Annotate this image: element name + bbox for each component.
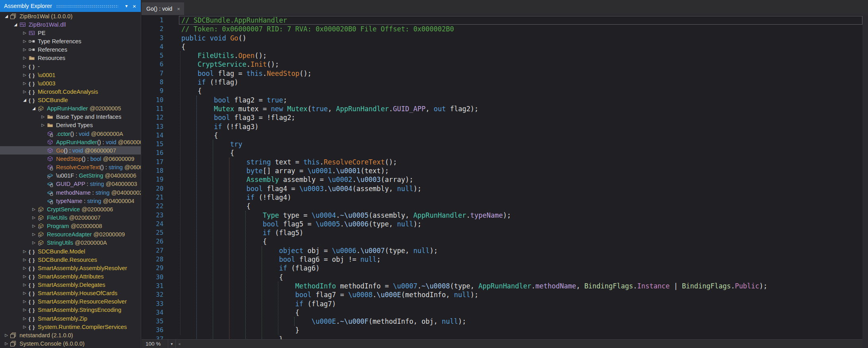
collapsed-expander-icon[interactable]: ▷ bbox=[21, 249, 29, 253]
code-line[interactable]: MethodInfo methodInfo = \u0007.~\u0008(t… bbox=[181, 282, 767, 290]
tree-item[interactable]: ▷{ }SmartAssembly.StringsEncoding bbox=[0, 306, 141, 314]
tree-item[interactable]: NeedStop() : bool @06000009 bbox=[0, 155, 141, 163]
code-line[interactable]: { bbox=[181, 237, 767, 246]
zoom-level-select[interactable]: 100 % ▾ bbox=[142, 340, 176, 348]
collapsed-expander-icon[interactable]: ▷ bbox=[30, 232, 38, 236]
collapsed-expander-icon[interactable]: ▷ bbox=[39, 115, 47, 119]
collapsed-expander-icon[interactable]: ▷ bbox=[21, 81, 29, 85]
collapsed-expander-icon[interactable]: ▷ bbox=[21, 308, 29, 312]
decompiled-code[interactable]: // SDCBundle.AppRunHandler// Token: 0x06… bbox=[181, 16, 767, 339]
tree-item[interactable]: ▷{ }Microsoft.CodeAnalysis bbox=[0, 87, 141, 96]
tree-item[interactable]: methodName : string @04000002 bbox=[0, 188, 141, 197]
collapsed-expander-icon[interactable]: ▷ bbox=[2, 342, 10, 346]
tree-item[interactable]: ▷{ }System.Runtime.CompilerServices bbox=[0, 323, 141, 331]
code-line[interactable]: Assembly assembly = \u0002.\u0003(array)… bbox=[181, 175, 767, 184]
code-line[interactable]: { bbox=[181, 273, 767, 282]
code-line[interactable]: Mutex mutex = new Mutex(true, AppRunHand… bbox=[181, 104, 767, 113]
code-line[interactable]: { bbox=[181, 43, 767, 51]
expanded-expander-icon[interactable]: ◢ bbox=[21, 98, 29, 102]
collapsed-expander-icon[interactable]: ▷ bbox=[21, 56, 29, 60]
tree-item[interactable]: ▷netstandard (2.1.0.0) bbox=[0, 331, 141, 339]
tree-item[interactable]: ResolveCoreText() : string @06000008 bbox=[0, 163, 141, 172]
tree-item[interactable]: .cctor() : void @0600000A bbox=[0, 130, 141, 138]
collapsed-expander-icon[interactable]: ▷ bbox=[21, 48, 29, 52]
code-line[interactable]: if (!flag) bbox=[181, 78, 767, 87]
collapsed-expander-icon[interactable]: ▷ bbox=[21, 291, 29, 295]
collapsed-expander-icon[interactable]: ▷ bbox=[21, 283, 29, 287]
expanded-expander-icon[interactable]: ◢ bbox=[2, 14, 10, 18]
code-line[interactable]: if (flag7) bbox=[181, 300, 767, 308]
collapsed-expander-icon[interactable]: ▷ bbox=[30, 224, 38, 228]
scroll-left-icon[interactable]: ◂ bbox=[178, 341, 181, 346]
tree-item[interactable]: ▷Resources bbox=[0, 54, 141, 62]
tree-item[interactable]: ◢ZipBro1Wal.dll bbox=[0, 20, 141, 29]
code-line[interactable]: if (!flag4) bbox=[181, 193, 767, 202]
code-line[interactable]: { bbox=[181, 149, 767, 157]
tree-item[interactable]: ▷{ }\u0003 bbox=[0, 79, 141, 87]
collapsed-expander-icon[interactable]: ▷ bbox=[21, 258, 29, 262]
collapsed-expander-icon[interactable]: ▷ bbox=[30, 241, 38, 245]
collapsed-expander-icon[interactable]: ▷ bbox=[21, 39, 29, 43]
code-line[interactable]: bool flag5 = \u0005.\u0006(type, null); bbox=[181, 220, 767, 228]
titlebar-grip[interactable] bbox=[56, 4, 118, 8]
tree-item[interactable]: ▷Base Type and Interfaces bbox=[0, 113, 141, 121]
tab-close-icon[interactable]: × bbox=[177, 6, 180, 12]
code-line[interactable]: try bbox=[181, 140, 767, 149]
tree-item[interactable]: \u001F : GetString @04000006 bbox=[0, 172, 141, 180]
collapsed-expander-icon[interactable]: ▷ bbox=[21, 266, 29, 270]
tree-item[interactable]: ▷CryptService @02000006 bbox=[0, 205, 141, 213]
horizontal-scrollbar[interactable]: ◂ bbox=[176, 340, 862, 348]
code-line[interactable]: public void Go() bbox=[181, 34, 767, 43]
collapsed-expander-icon[interactable]: ▷ bbox=[21, 90, 29, 94]
collapsed-expander-icon[interactable]: ▷ bbox=[21, 73, 29, 77]
tree-item[interactable]: ▷PE bbox=[0, 29, 141, 37]
tree-item[interactable]: Go() : void @06000007 bbox=[0, 146, 141, 155]
code-line[interactable]: string text = this.ResolveCoreText(); bbox=[181, 158, 767, 166]
code-line[interactable]: bool flag6 = obj != null; bbox=[181, 255, 767, 264]
tree-item[interactable]: ◢{ }SDCBundle bbox=[0, 96, 141, 104]
collapsed-expander-icon[interactable]: ▷ bbox=[30, 207, 38, 211]
code-line[interactable]: \u000E.~\u000F(methodInfo, obj, null); bbox=[181, 317, 767, 326]
tree-item[interactable]: ▷{ }\u0001 bbox=[0, 71, 141, 79]
tree-item[interactable]: ▷{ }SmartAssembly.HouseOfCards bbox=[0, 289, 141, 298]
code-line[interactable]: bool flag7 = \u0008.\u000E(methodInfo, n… bbox=[181, 290, 767, 299]
tree-item[interactable]: ▷ResourceAdapter @02000009 bbox=[0, 230, 141, 239]
tree-item[interactable]: ◢ZipBro1Wal (1.0.0.0) bbox=[0, 12, 141, 20]
tree-item[interactable]: ▷References bbox=[0, 46, 141, 54]
collapsed-expander-icon[interactable]: ▷ bbox=[39, 123, 47, 127]
collapsed-expander-icon[interactable]: ▷ bbox=[21, 317, 29, 321]
tab-go-void[interactable]: Go() : void × bbox=[142, 2, 184, 15]
tree-item[interactable]: GUID_APP : string @04000003 bbox=[0, 180, 141, 188]
vertical-scrollbar[interactable] bbox=[862, 15, 868, 348]
tree-item[interactable]: ▷{ }SDCBundle.Resources bbox=[0, 255, 141, 264]
tree-item[interactable]: typeName : string @04000004 bbox=[0, 197, 141, 205]
collapsed-expander-icon[interactable]: ▷ bbox=[30, 216, 38, 220]
tree-item[interactable]: ▷Program @02000008 bbox=[0, 222, 141, 230]
panel-close-icon[interactable]: × bbox=[130, 3, 138, 10]
code-line[interactable]: if (!flag3) bbox=[181, 122, 767, 131]
code-line[interactable]: { bbox=[181, 131, 767, 140]
tree-item[interactable]: AppRunHandler() : void @06000006 bbox=[0, 138, 141, 146]
zoom-dropdown-icon[interactable]: ▾ bbox=[168, 340, 176, 348]
tree-item[interactable]: ▷{ }SmartAssembly.ResourceResolver bbox=[0, 298, 141, 306]
code-line[interactable]: if (flag5) bbox=[181, 228, 767, 237]
code-line[interactable]: FileUtils.Open(); bbox=[181, 51, 767, 60]
tree-item[interactable]: ▷FileUtils @02000007 bbox=[0, 213, 141, 222]
collapsed-expander-icon[interactable]: ▷ bbox=[21, 300, 29, 304]
tree-item[interactable]: ▷{ }SmartAssembly.Delegates bbox=[0, 281, 141, 289]
tree-item[interactable]: ▷{ }SDCBundle.Model bbox=[0, 247, 141, 255]
code-line[interactable]: } bbox=[181, 335, 767, 339]
panel-menu-icon[interactable]: ▾ bbox=[122, 3, 130, 9]
tree-item[interactable]: ◢AppRunHandler @02000005 bbox=[0, 104, 141, 113]
tree-item[interactable]: ▷System.Console (6.0.0.0) bbox=[0, 339, 141, 348]
code-viewport[interactable]: 1234567891011121314151617181920212223242… bbox=[142, 15, 862, 339]
code-line[interactable]: if (flag6) bbox=[181, 264, 767, 273]
code-line[interactable]: bool flag3 = !flag2; bbox=[181, 113, 767, 122]
collapsed-expander-icon[interactable]: ▷ bbox=[21, 325, 29, 329]
tree-item[interactable]: ▷Type References bbox=[0, 37, 141, 45]
tree-item[interactable]: ▷{ }- bbox=[0, 62, 141, 71]
tree-item[interactable]: ▷{ }SmartAssembly.Attributes bbox=[0, 272, 141, 280]
collapsed-expander-icon[interactable]: ▷ bbox=[21, 275, 29, 278]
code-line[interactable]: CryptService.Init(); bbox=[181, 60, 767, 69]
code-line[interactable]: bool flag2 = true; bbox=[181, 96, 767, 104]
